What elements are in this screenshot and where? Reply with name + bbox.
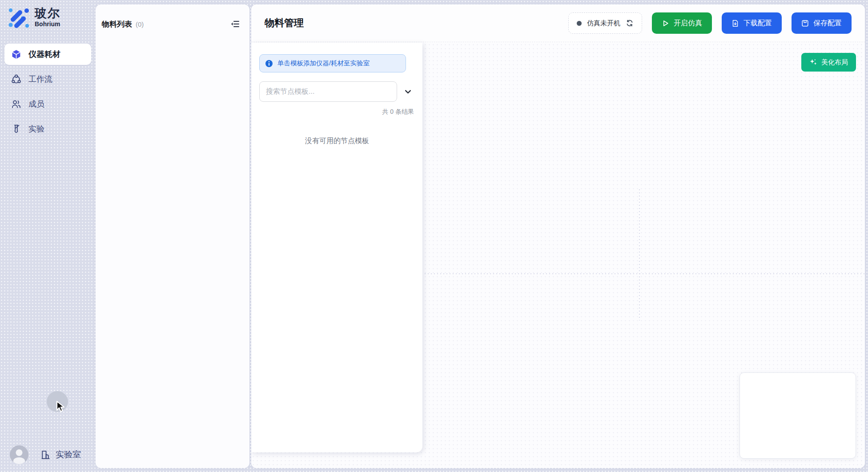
main-panel: 物料管理 仿真未开机 — [251, 4, 865, 468]
save-config-button[interactable]: 保存配置 — [792, 12, 852, 34]
beautify-layout-button[interactable]: 美化布局 — [801, 53, 856, 72]
sidebar-footer: 实验室 — [0, 441, 96, 468]
sidebar-item-label: 仪器耗材 — [28, 49, 60, 60]
brand-name-cn: 玻尔 — [35, 7, 60, 20]
start-simulation-label: 开启仿真 — [674, 19, 702, 28]
canvas-gridline-horizontal — [425, 273, 865, 274]
sidebar: 玻尔 Bohrium 仪器耗材 — [0, 0, 96, 472]
status-label: 仿真未开机 — [587, 19, 620, 28]
start-simulation-button[interactable]: 开启仿真 — [652, 12, 712, 34]
save-icon — [801, 20, 809, 27]
brand-name-en: Bohrium — [35, 21, 60, 28]
info-icon — [265, 60, 273, 68]
template-info-banner: 单击模板添加仪器/耗材至实验室 — [259, 54, 406, 72]
members-icon — [11, 99, 21, 109]
materials-list-title: 物料列表 — [102, 19, 132, 29]
app-root: 玻尔 Bohrium 仪器耗材 — [0, 0, 868, 472]
refresh-icon[interactable] — [626, 19, 634, 27]
minimap-panel[interactable] — [739, 372, 856, 459]
canvas-gridline-vertical — [639, 189, 640, 320]
sidebar-item-members[interactable]: 成员 — [4, 93, 91, 115]
sparkles-icon — [809, 58, 817, 66]
template-search-row — [259, 81, 415, 102]
template-search-input[interactable] — [259, 81, 397, 102]
save-config-label: 保存配置 — [813, 19, 842, 28]
flow-canvas[interactable]: 单击模板添加仪器/耗材至实验室 共 0 条结果 没有可用的节点模板 — [251, 43, 865, 468]
download-config-button[interactable]: 下载配置 — [722, 12, 782, 34]
node-template-panel: 单击模板添加仪器/耗材至实验室 共 0 条结果 没有可用的节点模板 — [251, 43, 422, 452]
user-avatar[interactable] — [10, 445, 28, 464]
lab-entry-label: 实验室 — [56, 449, 81, 460]
materials-list-header: 物料列表 (0) — [96, 4, 249, 30]
collapse-panel-icon[interactable] — [229, 18, 241, 30]
file-download-icon — [731, 20, 739, 27]
materials-list-count: (0) — [136, 20, 144, 28]
materials-list-panel: 物料列表 (0) — [96, 4, 249, 468]
header-actions: 仿真未开机 — [568, 12, 852, 34]
main-header: 物料管理 仿真未开机 — [251, 4, 865, 42]
play-icon — [662, 20, 669, 27]
page-title: 物料管理 — [265, 16, 304, 30]
sidebar-item-label: 实验 — [28, 124, 44, 134]
brand-logo: 玻尔 Bohrium — [4, 6, 91, 28]
sidebar-item-workflow[interactable]: 工作流 — [4, 68, 91, 90]
download-config-label: 下载配置 — [743, 19, 772, 28]
lab-entry[interactable]: 实验室 — [40, 449, 81, 460]
sidebar-item-experiments[interactable]: 实验 — [4, 118, 91, 140]
building-icon — [40, 449, 51, 460]
chevron-down-icon[interactable] — [401, 84, 415, 99]
experiment-icon — [11, 124, 21, 134]
simulation-status-pill[interactable]: 仿真未开机 — [568, 12, 642, 34]
template-info-text: 单击模板添加仪器/耗材至实验室 — [277, 59, 370, 68]
sidebar-nav: 仪器耗材 工作流 — [4, 44, 91, 140]
beautify-layout-label: 美化布局 — [821, 58, 848, 67]
sidebar-item-instruments[interactable]: 仪器耗材 — [4, 44, 91, 65]
workflow-icon — [11, 74, 21, 84]
status-dot — [577, 21, 582, 26]
sidebar-item-label: 工作流 — [28, 74, 52, 84]
bohrium-logo-icon — [7, 6, 29, 28]
template-empty-text: 没有可用的节点模板 — [259, 136, 415, 146]
cube-icon — [11, 49, 21, 60]
sidebar-item-label: 成员 — [28, 99, 44, 109]
template-results-count: 共 0 条结果 — [259, 108, 415, 116]
